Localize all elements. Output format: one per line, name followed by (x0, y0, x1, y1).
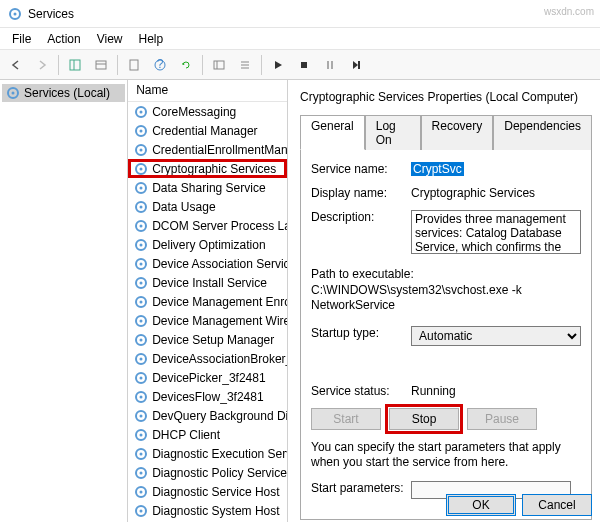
service-row[interactable]: Device Install Service (128, 273, 287, 292)
forward-button[interactable] (30, 53, 54, 77)
svg-rect-9 (214, 61, 224, 69)
service-icon (134, 447, 148, 461)
menu-file[interactable]: File (4, 30, 39, 48)
window-title: Services (28, 7, 74, 21)
service-name-label: CredentialEnrollmentMana... (152, 143, 287, 157)
svg-text:?: ? (157, 58, 164, 71)
menu-view[interactable]: View (89, 30, 131, 48)
svg-point-1 (14, 12, 17, 15)
nav-label: Services (Local) (24, 86, 110, 100)
service-name-label: Cryptographic Services (152, 162, 276, 176)
label-description: Description: (311, 210, 411, 257)
service-row[interactable]: Device Management Enroll... (128, 292, 287, 311)
ok-button[interactable]: OK (446, 494, 516, 516)
service-row[interactable]: CredentialEnrollmentMana... (128, 140, 287, 159)
service-name-label: Credential Manager (152, 124, 257, 138)
svg-point-35 (140, 243, 143, 246)
svg-point-47 (140, 357, 143, 360)
start-service-button[interactable] (266, 53, 290, 77)
value-service-status: Running (411, 384, 581, 398)
svg-rect-15 (327, 61, 329, 69)
services-list: Name CoreMessagingCredential ManagerCred… (128, 80, 288, 522)
view-list-button[interactable] (233, 53, 257, 77)
properties-button[interactable] (89, 53, 113, 77)
service-icon (134, 371, 148, 385)
service-icon (134, 390, 148, 404)
startup-type-select[interactable]: Automatic (411, 326, 581, 346)
svg-point-31 (140, 205, 143, 208)
tab-dependencies[interactable]: Dependencies (493, 115, 592, 150)
tab-logon[interactable]: Log On (365, 115, 421, 150)
value-description[interactable]: Provides three management services: Cata… (411, 210, 581, 254)
service-row[interactable]: Delivery Optimization (128, 235, 287, 254)
service-name-label: Diagnostic Service Host (152, 485, 279, 499)
service-row[interactable]: Device Management Wirele... (128, 311, 287, 330)
back-button[interactable] (4, 53, 28, 77)
service-row[interactable]: CoreMessaging (128, 102, 287, 121)
service-row[interactable]: Cryptographic Services (128, 159, 287, 178)
dialog-title: Cryptographic Services Properties (Local… (300, 90, 592, 104)
cancel-button[interactable]: Cancel (522, 494, 592, 516)
service-row[interactable]: DCOM Server Process Laun... (128, 216, 287, 235)
restart-service-button[interactable] (344, 53, 368, 77)
service-row[interactable]: Diagnostic System Host (128, 501, 287, 520)
svg-point-37 (140, 262, 143, 265)
refresh-button[interactable] (174, 53, 198, 77)
service-name-label: Device Install Service (152, 276, 267, 290)
service-row[interactable]: Credential Manager (128, 121, 287, 140)
svg-point-45 (140, 338, 143, 341)
service-name-label: DHCP Client (152, 428, 220, 442)
stop-button[interactable]: Stop (389, 408, 459, 430)
service-row[interactable]: Data Usage (128, 197, 287, 216)
nav-services-local[interactable]: Services (Local) (2, 84, 125, 102)
tab-general[interactable]: General (300, 115, 365, 150)
stop-service-button[interactable] (292, 53, 316, 77)
service-row[interactable]: DevicesFlow_3f2481 (128, 387, 287, 406)
service-icon (134, 352, 148, 366)
service-icon (134, 143, 148, 157)
properties-dialog: Cryptographic Services Properties (Local… (288, 80, 600, 522)
service-row[interactable]: DevQuery Background Disc... (128, 406, 287, 425)
help-button[interactable]: ? (148, 53, 172, 77)
service-name-label: Data Sharing Service (152, 181, 265, 195)
svg-point-51 (140, 395, 143, 398)
value-service-name[interactable]: CryptSvc (411, 162, 464, 176)
service-row[interactable]: Diagnostic Service Host (128, 482, 287, 501)
nav-tree: Services (Local) (0, 80, 128, 522)
service-row[interactable]: Diagnostic Execution Service (128, 444, 287, 463)
svg-point-43 (140, 319, 143, 322)
general-panel: Service name: CryptSvc Display name: Cry… (300, 150, 592, 520)
service-row[interactable]: DevicePicker_3f2481 (128, 368, 287, 387)
toolbar: ? (0, 50, 600, 80)
label-service-status: Service status: (311, 384, 411, 398)
service-name-label: DevQuery Background Disc... (152, 409, 287, 423)
service-icon (134, 314, 148, 328)
svg-point-33 (140, 224, 143, 227)
service-row[interactable]: DHCP Client (128, 425, 287, 444)
export-button[interactable] (122, 53, 146, 77)
view-detail-button[interactable] (207, 53, 231, 77)
service-name-label: Data Usage (152, 200, 215, 214)
service-icon (134, 181, 148, 195)
show-hide-button[interactable] (63, 53, 87, 77)
menu-action[interactable]: Action (39, 30, 88, 48)
svg-rect-14 (301, 62, 307, 68)
service-row[interactable]: Diagnostic Policy Service (128, 463, 287, 482)
pause-service-button[interactable] (318, 53, 342, 77)
label-start-parameters: Start parameters: (311, 481, 411, 499)
value-path: C:\WINDOWS\system32\svchost.exe -k Netwo… (311, 283, 581, 314)
tab-recovery[interactable]: Recovery (421, 115, 494, 150)
service-icon (134, 428, 148, 442)
service-name-label: DevicePicker_3f2481 (152, 371, 265, 385)
label-service-name: Service name: (311, 162, 411, 176)
service-icon (134, 485, 148, 499)
service-row[interactable]: Device Association Service (128, 254, 287, 273)
menu-help[interactable]: Help (131, 30, 172, 48)
service-name-label: Device Association Service (152, 257, 287, 271)
svg-point-53 (140, 414, 143, 417)
column-header-name[interactable]: Name (128, 80, 287, 102)
service-icon (134, 257, 148, 271)
service-row[interactable]: Data Sharing Service (128, 178, 287, 197)
service-row[interactable]: Device Setup Manager (128, 330, 287, 349)
service-row[interactable]: DeviceAssociationBroker_3... (128, 349, 287, 368)
